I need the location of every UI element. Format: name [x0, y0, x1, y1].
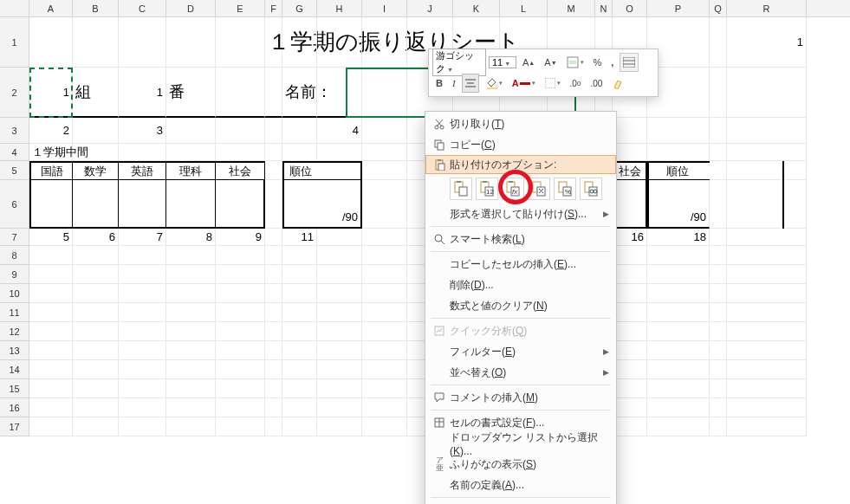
cell[interactable] [119, 246, 166, 265]
cell[interactable] [166, 303, 216, 322]
cell[interactable] [73, 379, 119, 398]
cell[interactable]: 英語 [119, 161, 166, 180]
cell[interactable] [282, 118, 317, 144]
cell[interactable] [73, 360, 119, 379]
cell[interactable] [317, 265, 362, 284]
cell[interactable] [613, 322, 647, 341]
furigana-menu-item[interactable]: ア亜 ふりがなの表示(S) [425, 454, 616, 475]
cut-menu-item[interactable]: 切り取り(T) [425, 113, 616, 134]
decrease-decimal-button[interactable]: .00 [587, 74, 606, 93]
cell[interactable] [710, 118, 727, 144]
cell[interactable] [710, 284, 727, 303]
cell[interactable] [710, 180, 727, 229]
cell[interactable]: 名前： [282, 68, 317, 118]
cell[interactable] [119, 303, 166, 322]
cell[interactable] [166, 322, 216, 341]
cell[interactable] [265, 417, 282, 436]
column-header[interactable]: E [216, 0, 265, 16]
row-header[interactable]: 14 [0, 360, 29, 379]
cell[interactable] [119, 417, 166, 436]
cell[interactable] [362, 360, 407, 379]
merge-button[interactable]: ▾ [563, 53, 587, 72]
cell[interactable] [710, 322, 727, 341]
cell[interactable] [166, 246, 216, 265]
cell[interactable] [317, 360, 362, 379]
cell[interactable]: １学期中間 [29, 144, 73, 161]
cell[interactable] [119, 360, 166, 379]
cell[interactable] [119, 284, 166, 303]
column-header[interactable]: O [613, 0, 647, 16]
cell[interactable] [613, 379, 647, 398]
define-name-menu-item[interactable]: 名前の定義(A)... [425, 475, 616, 495]
cell[interactable] [282, 246, 317, 265]
cell[interactable]: /90 [647, 180, 710, 229]
row-header[interactable]: 9 [0, 265, 29, 284]
cell[interactable] [613, 118, 647, 144]
cell[interactable] [613, 417, 647, 436]
row-header[interactable]: 4 [0, 144, 29, 161]
cell[interactable] [73, 144, 119, 161]
cell[interactable] [166, 417, 216, 436]
cell[interactable] [29, 322, 73, 341]
cell[interactable]: 3 [119, 118, 166, 144]
column-header[interactable]: K [453, 0, 500, 16]
cell[interactable] [265, 322, 282, 341]
cell[interactable] [317, 161, 362, 180]
cell[interactable] [282, 398, 317, 417]
column-header[interactable]: A [29, 0, 73, 16]
cell[interactable] [727, 161, 807, 180]
cell[interactable] [647, 322, 710, 341]
cell[interactable] [727, 265, 807, 284]
cell[interactable] [647, 379, 710, 398]
cell[interactable] [73, 284, 119, 303]
cell[interactable] [265, 144, 282, 161]
cell[interactable] [613, 341, 647, 360]
cell[interactable] [216, 379, 265, 398]
row-header[interactable]: 13 [0, 341, 29, 360]
cell[interactable] [265, 284, 282, 303]
cell[interactable] [29, 398, 73, 417]
cell[interactable] [216, 118, 265, 144]
cell[interactable] [216, 144, 265, 161]
row-header[interactable]: 8 [0, 246, 29, 265]
cell[interactable] [647, 341, 710, 360]
row-header[interactable]: 15 [0, 379, 29, 398]
cell[interactable] [216, 246, 265, 265]
cell[interactable] [216, 322, 265, 341]
cell[interactable]: 順位 [282, 161, 317, 180]
cell[interactable] [647, 417, 710, 436]
cell[interactable]: 社会 [216, 161, 265, 180]
cell[interactable]: /90 [317, 180, 362, 229]
cell[interactable] [727, 303, 807, 322]
cell[interactable] [613, 265, 647, 284]
cell[interactable] [265, 229, 282, 246]
select-all-corner[interactable] [0, 0, 29, 16]
cell[interactable] [647, 303, 710, 322]
cell[interactable]: 1 [727, 17, 807, 68]
paste-transpose-button[interactable] [528, 178, 550, 200]
percent-button[interactable]: % [590, 53, 606, 72]
cell[interactable] [317, 379, 362, 398]
cell[interactable] [282, 144, 317, 161]
cell[interactable] [727, 417, 807, 436]
cell[interactable] [166, 341, 216, 360]
cell[interactable]: 理科 [166, 161, 216, 180]
cell[interactable] [216, 360, 265, 379]
row-header[interactable]: 7 [0, 229, 29, 246]
cell[interactable]: 11 [282, 229, 317, 246]
cell[interactable] [362, 379, 407, 398]
cell[interactable] [710, 303, 727, 322]
cell[interactable] [647, 118, 710, 144]
font-color-button[interactable]: A▾ [509, 74, 539, 93]
cell[interactable] [265, 161, 282, 180]
column-header[interactable]: J [407, 0, 453, 16]
cell[interactable] [727, 246, 807, 265]
cell[interactable] [73, 322, 119, 341]
row-header[interactable]: 10 [0, 284, 29, 303]
cell[interactable] [317, 341, 362, 360]
cell[interactable]: 1 [29, 68, 73, 118]
column-header[interactable]: G [282, 0, 317, 16]
cell[interactable] [73, 17, 119, 68]
cell[interactable] [282, 379, 317, 398]
cell[interactable] [282, 417, 317, 436]
